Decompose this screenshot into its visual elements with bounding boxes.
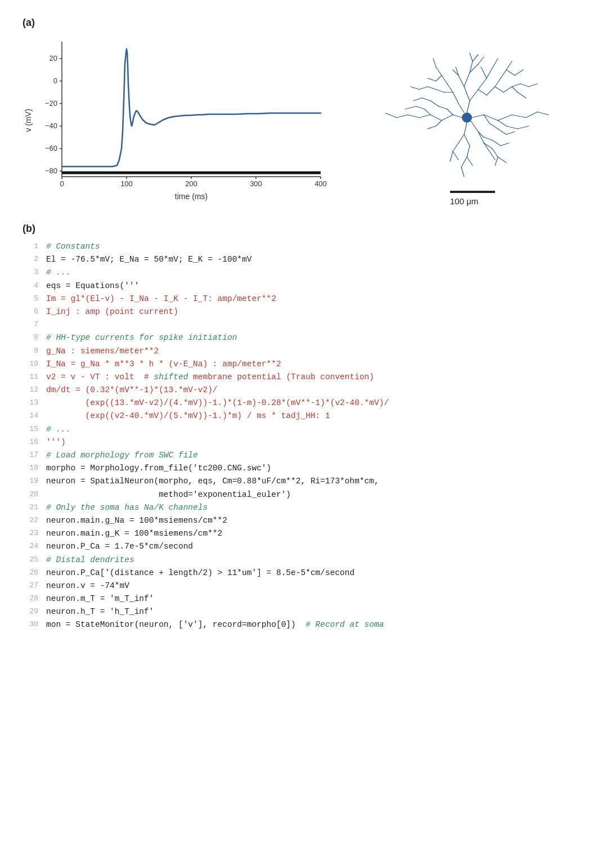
code-line-27: 27 neuron.v = -74*mV: [23, 580, 593, 592]
svg-line-34: [470, 89, 478, 101]
svg-line-72: [484, 143, 489, 151]
svg-line-39: [478, 89, 487, 95]
svg-text:time (ms): time (ms): [175, 192, 208, 201]
svg-text:−80: −80: [45, 167, 57, 175]
svg-text:v (mV): v (mV): [24, 109, 33, 132]
svg-line-104: [413, 98, 422, 101]
svg-line-75: [484, 137, 492, 140]
code-line-19: 19 neuron = SpatialNeuron(morpho, eqs, C…: [23, 475, 593, 488]
code-line-2: 2 El = -76.5*mV; E_Na = 50*mV; E_K = -10…: [23, 253, 593, 266]
svg-line-69: [492, 149, 498, 157]
svg-line-29: [464, 87, 470, 101]
panel-b: 1 # Constants 2 El = -76.5*mV; E_Na = 50…: [23, 240, 593, 632]
svg-line-111: [436, 75, 442, 81]
svg-line-64: [498, 129, 506, 134]
svg-line-107: [447, 84, 453, 92]
svg-line-94: [385, 113, 397, 118]
svg-line-121: [473, 55, 478, 61]
code-line-4: 4 eqs = Equations(''': [23, 280, 593, 293]
svg-line-90: [430, 115, 442, 120]
svg-line-60: [506, 126, 518, 129]
svg-line-77: [501, 143, 509, 146]
svg-line-102: [430, 101, 439, 106]
svg-line-86: [450, 151, 453, 161]
svg-line-81: [461, 157, 467, 167]
svg-line-65: [506, 132, 515, 134]
svg-line-47: [503, 87, 512, 92]
svg-line-82: [461, 167, 464, 177]
svg-line-85: [453, 143, 458, 151]
svg-line-55: [498, 115, 512, 120]
svg-line-103: [422, 98, 430, 101]
svg-line-92: [408, 115, 419, 118]
neuron-morphology: 100 μm: [371, 44, 563, 206]
code-line-12: 12 dm/dt = (0.32*(mV**-1)*(13.*mV-v2)/: [23, 384, 593, 397]
svg-line-99: [405, 106, 416, 109]
svg-line-98: [416, 106, 425, 109]
svg-text:100: 100: [120, 179, 133, 188]
svg-line-70: [495, 157, 498, 165]
svg-line-40: [487, 87, 495, 95]
code-line-16: 16 '''): [23, 436, 593, 449]
code-line-17: 17 # Load morphology from SWC file: [23, 449, 593, 462]
svg-line-91: [419, 115, 430, 118]
code-line-5: 5 Im = gl*(El-v) - I_Na - I_K - I_T: amp…: [23, 293, 593, 306]
code-line-9: 9 g_Na : siemens/meter**2: [23, 345, 593, 358]
svg-line-30: [458, 75, 464, 87]
svg-line-117: [411, 87, 419, 89]
svg-line-44: [506, 70, 515, 75]
code-line-28: 28 neuron.m_T = 'm_T_inf': [23, 592, 593, 605]
svg-line-87: [453, 151, 458, 160]
svg-line-57: [526, 112, 537, 118]
code-line-22: 22 neuron.main.g_Na = 100*msiemens/cm**2: [23, 514, 593, 527]
code-line-29: 29 neuron.h_T = 'h_T_inf': [23, 605, 593, 618]
svg-line-110: [433, 59, 436, 67]
svg-line-84: [458, 134, 464, 143]
svg-line-51: [512, 87, 518, 92]
code-line-30: 30 mon = StateMonitor(neuron, ['v'], rec…: [23, 618, 593, 631]
code-line-1: 1 # Constants: [23, 240, 593, 253]
svg-line-80: [467, 146, 470, 157]
svg-line-38: [492, 59, 498, 68]
svg-line-89: [442, 115, 453, 120]
code-line-25: 25 # Distal dendrites: [23, 554, 593, 567]
svg-text:0: 0: [53, 77, 57, 85]
svg-line-67: [478, 132, 484, 143]
svg-line-120: [470, 53, 473, 61]
svg-line-28: [467, 101, 470, 113]
code-line-18: 18 morpho = Morphology.from_file('tc200.…: [23, 462, 593, 475]
svg-line-71: [498, 157, 506, 163]
svg-text:300: 300: [250, 179, 262, 188]
svg-line-43: [506, 61, 512, 70]
svg-line-76: [492, 140, 501, 146]
code-line-13: 13 (exp((13.*mV-v2)/(4.*mV))-1.)*(1-m)-0…: [23, 397, 593, 410]
code-line-21: 21 # Only the soma has Na/K channels: [23, 501, 593, 514]
svg-line-56: [512, 115, 526, 118]
code-line-26: 26 neuron.P_Ca['(distance + length/2) > …: [23, 567, 593, 580]
svg-line-61: [518, 126, 529, 129]
panel-a-label: (a): [23, 17, 593, 29]
code-line-23: 23 neuron.main.g_K = 100*msiemens/cm**2: [23, 527, 593, 540]
code-line-3: 3 # ...: [23, 266, 593, 279]
svg-text:0: 0: [60, 179, 64, 188]
svg-line-115: [428, 87, 436, 89]
svg-line-66: [471, 121, 478, 132]
svg-text:−20: −20: [45, 99, 57, 107]
svg-line-106: [453, 92, 458, 104]
svg-line-53: [472, 115, 484, 118]
svg-line-63: [489, 123, 498, 129]
code-line-8: 8 # HH-type currents for spike initiatio…: [23, 331, 593, 344]
svg-text:−40: −40: [45, 122, 57, 130]
svg-line-68: [484, 143, 492, 149]
svg-line-42: [501, 70, 506, 78]
svg-line-35: [478, 78, 487, 89]
svg-line-48: [512, 84, 520, 87]
svg-line-108: [442, 75, 447, 84]
code-line-15: 15 # ...: [23, 423, 593, 436]
svg-line-96: [428, 126, 436, 129]
code-line-10: 10 I_Na = g_Na * m**3 * h * (v-E_Na) : a…: [23, 358, 593, 371]
code-line-7: 7: [23, 318, 593, 331]
svg-line-50: [529, 84, 537, 87]
svg-line-58: [537, 112, 548, 115]
svg-line-31: [464, 73, 470, 87]
